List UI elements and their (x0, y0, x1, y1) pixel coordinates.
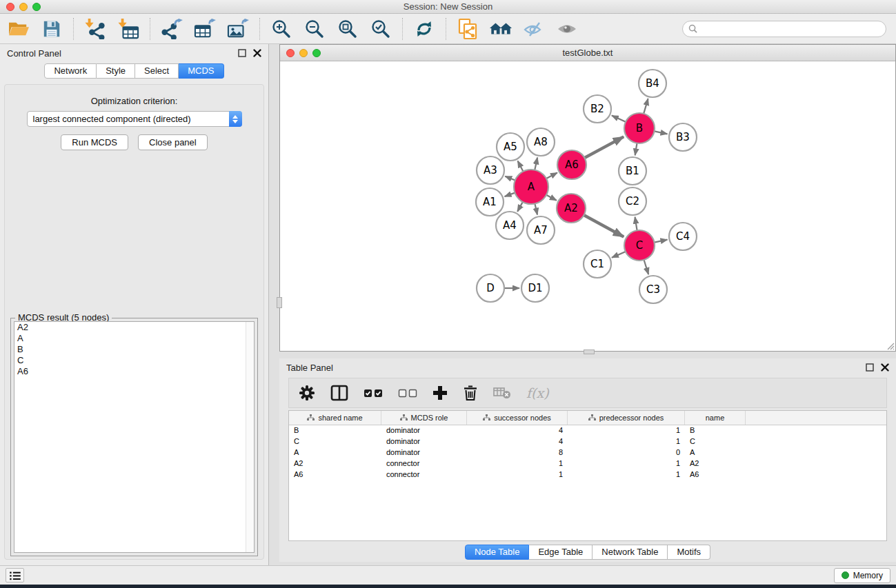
column-view-icon[interactable] (330, 385, 348, 401)
optimization-criterion-select[interactable]: largest connected component (directed) (27, 111, 242, 127)
table-tab-node-table[interactable]: Node Table (465, 545, 530, 560)
graph-edge-A-A6[interactable] (546, 172, 557, 179)
graph-edge-C-C4[interactable] (655, 240, 668, 243)
show-eye-icon[interactable] (555, 18, 579, 40)
task-history-button[interactable] (6, 568, 24, 582)
zoom-fit-icon[interactable] (336, 18, 359, 40)
graph-node-C[interactable]: C (624, 230, 655, 261)
memory-button[interactable]: Memory (834, 568, 890, 583)
graph-edge-A6-B[interactable] (584, 136, 624, 158)
graph-node-A2[interactable]: A2 (557, 194, 586, 223)
mcds-result-item[interactable]: A (14, 333, 254, 344)
table-row[interactable]: Adominator80A (289, 447, 886, 458)
column-header-predecessor-nodes[interactable]: predecessor nodes (568, 411, 685, 425)
graph-node-A1[interactable]: A1 (476, 188, 504, 216)
close-table-panel-icon[interactable] (881, 363, 889, 372)
graph-node-B3[interactable]: B3 (669, 123, 697, 151)
zoom-out-icon[interactable] (303, 18, 326, 40)
mcds-result-item[interactable]: B (14, 344, 254, 355)
graph-edge-A-A1[interactable] (505, 193, 515, 196)
tab-style[interactable]: Style (97, 63, 135, 79)
graph-edge-C-C2[interactable] (635, 217, 637, 231)
close-panel-button[interactable]: Close panel (138, 134, 208, 150)
graph-edge-A-A3[interactable] (505, 176, 515, 181)
gear-icon[interactable] (299, 385, 315, 401)
splitter-handle-horizontal[interactable] (584, 349, 595, 354)
table-tab-network-table[interactable]: Network Table (593, 545, 668, 560)
run-mcds-button[interactable]: Run MCDS (61, 134, 128, 150)
graph-node-B2[interactable]: B2 (584, 95, 611, 123)
graph-node-A[interactable]: A (514, 170, 548, 204)
home-icon[interactable] (489, 18, 512, 40)
float-table-panel-icon[interactable] (866, 363, 874, 372)
graph-edge-B-B3[interactable] (655, 131, 668, 134)
export-image-icon[interactable] (226, 18, 250, 40)
column-header-shared-name[interactable]: shared name (289, 411, 381, 425)
graph-node-C2[interactable]: C2 (619, 187, 646, 215)
window-resize-grip-icon[interactable] (885, 341, 895, 350)
search-input[interactable] (701, 24, 880, 34)
column-header-mcds-role[interactable]: MCDS role (381, 411, 467, 425)
graph-node-C3[interactable]: C3 (639, 276, 667, 303)
network-files-icon[interactable] (456, 18, 479, 40)
function-builder-icon[interactable]: f(x) (526, 385, 549, 401)
add-icon[interactable] (432, 385, 448, 401)
graph-node-A3[interactable]: A3 (477, 156, 504, 184)
export-network-icon[interactable] (160, 18, 183, 40)
graph-edge-A-A4[interactable] (517, 202, 523, 212)
close-panel-icon[interactable] (253, 49, 261, 57)
search-field[interactable] (682, 21, 886, 37)
refresh-icon[interactable] (412, 18, 436, 40)
mcds-result-list[interactable]: A2ABCA6 (14, 321, 255, 553)
graph-edge-B-B2[interactable] (612, 116, 626, 122)
deselect-all-icon[interactable] (398, 387, 417, 398)
graph-node-B1[interactable]: B1 (619, 157, 646, 185)
table-row[interactable]: A6connector11A6 (289, 469, 886, 480)
graph-node-B[interactable]: B (624, 113, 655, 143)
graph-edge-A-A2[interactable] (546, 195, 557, 201)
column-header-name[interactable]: name (685, 411, 746, 425)
table-row[interactable]: Bdominator41B (289, 425, 886, 436)
graph-edge-C-C1[interactable] (612, 252, 626, 258)
graph-node-B4[interactable]: B4 (639, 70, 666, 97)
graph-edge-B-B4[interactable] (644, 99, 648, 114)
graph-node-C4[interactable]: C4 (669, 223, 697, 250)
graph-edge-B-B1[interactable] (635, 143, 637, 156)
table-row[interactable]: A2connector11A2 (289, 458, 886, 469)
graph-edge-A-A7[interactable] (535, 203, 537, 214)
zoom-in-icon[interactable] (270, 18, 293, 40)
float-panel-icon[interactable] (238, 49, 246, 57)
graph-node-A7[interactable]: A7 (527, 216, 555, 244)
graph-node-C1[interactable]: C1 (584, 250, 611, 278)
mcds-result-item[interactable]: A6 (14, 366, 254, 377)
graph-node-A6[interactable]: A6 (557, 150, 586, 179)
table-tab-edge-table[interactable]: Edge Table (529, 545, 593, 560)
tab-mcds[interactable]: MCDS (179, 63, 223, 79)
scrollbar-track[interactable] (246, 322, 254, 552)
open-folder-icon[interactable] (7, 18, 30, 40)
mcds-result-item[interactable]: A2 (14, 322, 254, 333)
column-header-successor-nodes[interactable]: successor nodes (467, 411, 568, 425)
delete-icon[interactable] (463, 385, 478, 401)
graph-node-A5[interactable]: A5 (497, 133, 524, 161)
import-table-icon[interactable] (117, 18, 140, 40)
zoom-selected-icon[interactable] (369, 18, 392, 40)
splitter-handle-vertical[interactable] (277, 297, 282, 308)
network-canvas[interactable]: B4B2BB3A5A8A6A3B1AC2A1A2A4A7C4CC1DD1C3 (280, 61, 895, 351)
export-table-icon[interactable] (193, 18, 217, 40)
graph-node-D[interactable]: D (477, 274, 504, 302)
graph-edge-A-A5[interactable] (518, 161, 524, 171)
tab-select[interactable]: Select (135, 63, 179, 79)
hide-eye-icon[interactable] (522, 18, 546, 40)
graph-edge-A2-C[interactable] (584, 215, 624, 236)
delete-table-icon[interactable] (493, 387, 511, 399)
mcds-result-item[interactable]: C (14, 355, 254, 366)
tab-network[interactable]: Network (44, 63, 97, 79)
select-all-icon[interactable] (364, 387, 383, 398)
graph-node-A4[interactable]: A4 (496, 212, 524, 239)
save-icon[interactable] (40, 18, 63, 40)
graph-node-A8[interactable]: A8 (527, 128, 555, 156)
import-network-icon[interactable] (83, 18, 107, 40)
graph-edge-C-C3[interactable] (644, 260, 649, 274)
graph-edge-A-A8[interactable] (535, 157, 537, 170)
